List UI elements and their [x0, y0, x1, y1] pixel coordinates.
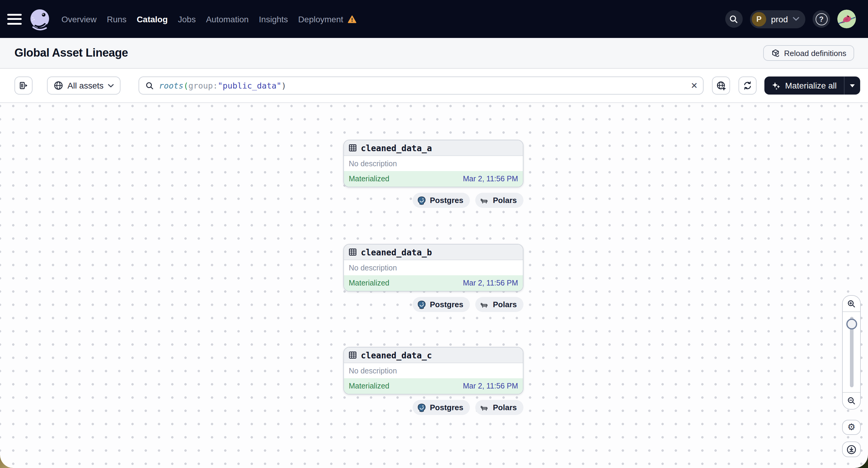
- chevron-down-icon: [108, 84, 114, 88]
- zoom-out-button[interactable]: [843, 392, 860, 409]
- postgres-icon: [416, 403, 426, 412]
- table-icon: [349, 144, 356, 152]
- asset-node-header: cleaned_data_c: [344, 347, 523, 363]
- kind-tag-polars[interactable]: Polars: [475, 193, 524, 208]
- graph-settings-button[interactable]: ⚙: [842, 420, 861, 435]
- table-icon: [349, 248, 356, 256]
- materialization-timestamp[interactable]: Mar 2, 11:56 PM: [463, 279, 518, 287]
- asset-selection-input[interactable]: roots(group:"public_data") ✕: [138, 76, 704, 95]
- asset-selection-query: roots(group:"public_data"): [159, 81, 286, 90]
- asset-description: No description: [344, 260, 523, 275]
- main-nav: Overview Runs Catalog Jobs Automation In…: [61, 14, 356, 24]
- postgres-icon: [416, 300, 426, 309]
- chevron-down-icon: [793, 17, 799, 21]
- caret-down-icon: [850, 84, 855, 87]
- asset-scope-dropdown[interactable]: All assets: [47, 76, 121, 95]
- clear-selection-button[interactable]: ✕: [691, 81, 698, 90]
- polars-icon: [480, 300, 489, 309]
- status-badge: Materialized: [349, 382, 390, 390]
- kind-tag-postgres[interactable]: Postgres: [412, 297, 470, 312]
- kind-tag-polars[interactable]: Polars: [475, 297, 524, 312]
- asset-node-header: cleaned_data_b: [344, 245, 523, 260]
- zoom-out-icon: [847, 396, 856, 405]
- gear-icon: ⚙: [847, 423, 856, 432]
- globe-icon: [54, 81, 63, 90]
- dagster-logo[interactable]: [28, 7, 52, 31]
- hamburger-menu-button[interactable]: [7, 13, 22, 24]
- zoom-in-icon: [847, 299, 856, 308]
- canvas-wrap: cleaned_data_a No description Materializ…: [0, 103, 868, 468]
- help-button[interactable]: ?: [813, 10, 830, 28]
- search-icon: [145, 81, 154, 90]
- reload-definitions-label: Reload definitions: [784, 49, 846, 58]
- asset-node-header: cleaned_data_a: [344, 141, 523, 156]
- panel-toggle-button[interactable]: [14, 76, 33, 95]
- page-title: Global Asset Lineage: [14, 46, 128, 60]
- nav-overview[interactable]: Overview: [61, 14, 97, 24]
- nav-automation[interactable]: Automation: [206, 14, 249, 24]
- user-avatar[interactable]: [837, 10, 856, 28]
- materialization-timestamp[interactable]: Mar 2, 11:56 PM: [463, 382, 518, 390]
- zoom-in-button[interactable]: [843, 296, 860, 312]
- kind-tag-postgres[interactable]: Postgres: [412, 193, 470, 208]
- deployment-switcher[interactable]: P prod: [750, 10, 805, 28]
- asset-kind-tags: Postgres Polars: [412, 297, 523, 312]
- search-icon: [729, 14, 739, 24]
- question-icon: ?: [815, 13, 827, 25]
- asset-node-cleaned-data-c[interactable]: cleaned_data_c No description Materializ…: [343, 347, 523, 395]
- refresh-icon: [743, 81, 753, 90]
- reload-definitions-button[interactable]: Reload definitions: [763, 45, 854, 61]
- deployment-initial-badge: P: [752, 12, 766, 26]
- asset-status-row: Materialized Mar 2, 11:56 PM: [344, 275, 523, 291]
- kind-tag-polars[interactable]: Polars: [475, 400, 524, 415]
- polars-icon: [480, 403, 489, 412]
- asset-status-row: Materialized Mar 2, 11:56 PM: [344, 378, 523, 394]
- kind-tag-label: Postgres: [430, 403, 463, 412]
- zoom-slider-thumb[interactable]: [846, 319, 857, 330]
- kind-tag-label: Postgres: [430, 300, 463, 309]
- asset-name: cleaned_data_c: [361, 350, 432, 360]
- global-search-button[interactable]: [725, 10, 743, 28]
- materialize-all-label: Materialize all: [785, 81, 837, 90]
- nav-insights[interactable]: Insights: [259, 14, 288, 24]
- nav-deployment[interactable]: Deployment: [298, 14, 356, 24]
- nav-deployment-label: Deployment: [298, 14, 343, 24]
- materialization-timestamp[interactable]: Mar 2, 11:56 PM: [463, 175, 518, 183]
- page-header: Global Asset Lineage Reload definitions: [0, 38, 868, 69]
- refresh-button[interactable]: [739, 76, 757, 95]
- nav-catalog[interactable]: Catalog: [137, 14, 168, 24]
- asset-node-cleaned-data-b[interactable]: cleaned_data_b No description Materializ…: [343, 244, 523, 291]
- deployment-name: prod: [771, 14, 788, 24]
- top-navbar: Overview Runs Catalog Jobs Automation In…: [0, 0, 868, 38]
- nav-jobs[interactable]: Jobs: [178, 14, 196, 24]
- download-image-button[interactable]: [842, 441, 861, 457]
- nav-right-cluster: P prod ?: [725, 10, 856, 28]
- sparkle-icon: [772, 81, 781, 90]
- kind-tag-label: Postgres: [430, 196, 463, 205]
- globe-plus-icon: [716, 81, 726, 91]
- asset-description: No description: [344, 363, 523, 378]
- postgres-icon: [416, 195, 426, 205]
- asset-kind-tags: Postgres Polars: [412, 193, 523, 208]
- materialize-all-button[interactable]: Materialize all: [765, 76, 844, 95]
- asset-name: cleaned_data_b: [361, 247, 432, 257]
- status-badge: Materialized: [349, 279, 390, 287]
- globe-add-button[interactable]: [712, 76, 731, 95]
- zoom-slider[interactable]: [843, 312, 860, 392]
- octopus-logo-icon: [28, 7, 52, 31]
- app: Overview Runs Catalog Jobs Automation In…: [0, 0, 868, 468]
- bird-avatar-icon: [837, 10, 856, 28]
- materialize-all-split-button: Materialize all: [765, 76, 860, 95]
- lineage-canvas[interactable]: cleaned_data_a No description Materializ…: [0, 103, 868, 468]
- kind-tag-label: Polars: [493, 403, 517, 412]
- table-icon: [349, 351, 356, 359]
- reload-cube-icon: [771, 49, 780, 58]
- zoom-control: [842, 295, 861, 410]
- materialize-options-toggle[interactable]: [844, 76, 860, 95]
- status-badge: Materialized: [349, 175, 390, 183]
- kind-tag-postgres[interactable]: Postgres: [412, 400, 470, 415]
- warning-icon: [347, 15, 356, 23]
- nav-runs[interactable]: Runs: [107, 14, 126, 24]
- asset-node-cleaned-data-a[interactable]: cleaned_data_a No description Materializ…: [343, 140, 523, 187]
- asset-description: No description: [344, 156, 523, 171]
